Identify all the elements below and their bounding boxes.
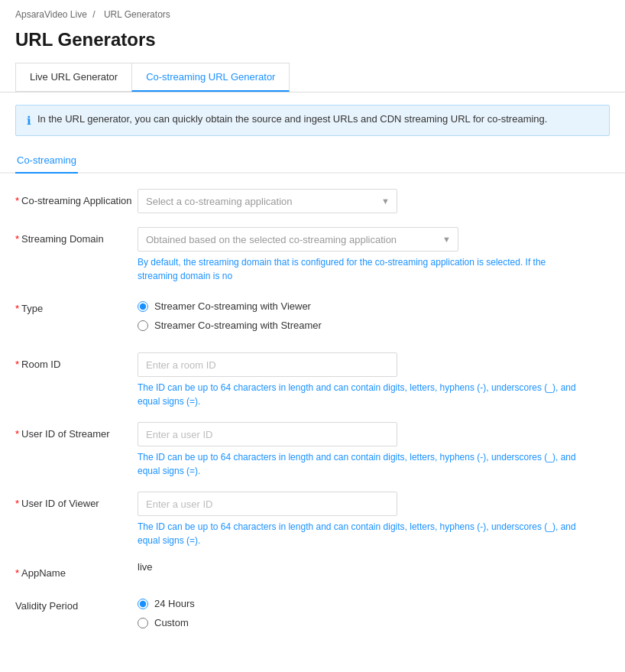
radio-item-24h[interactable]: 24 Hours <box>138 598 581 609</box>
label-validity-period: Validity Period <box>15 594 138 613</box>
breadcrumb-current: URL Generators <box>104 9 170 20</box>
tabs-container: Live URL Generator Co-streaming URL Gene… <box>0 63 625 93</box>
form-row-user-id-streamer: *User ID of Streamer The ID can be up to… <box>15 422 610 478</box>
user-id-viewer-hint: The ID can be up to 64 characters in len… <box>138 520 581 547</box>
field-validity-period: 24 Hours Custom <box>138 594 581 636</box>
breadcrumb: ApsaraVideo Live / URL Generators <box>0 0 625 24</box>
radio-label-viewer: Streamer Co-streaming with Viewer <box>154 300 311 312</box>
info-banner-text: In the URL generator, you can quickly ob… <box>37 113 547 125</box>
label-user-id-streamer: *User ID of Streamer <box>15 422 138 441</box>
section-tab-bar: Co-streaming <box>0 148 625 174</box>
breadcrumb-parent[interactable]: ApsaraVideo Live <box>15 9 87 20</box>
form-row-room-id: *Room ID The ID can be up to 64 characte… <box>15 352 610 408</box>
label-appname: *AppName <box>15 561 138 580</box>
required-star-appname: * <box>15 567 19 579</box>
streaming-domain-select[interactable]: Obtained based on the selected co-stream… <box>138 227 458 252</box>
tab-costreaming-url-generator[interactable]: Co-streaming URL Generator <box>131 63 290 92</box>
form-row-streaming-domain: *Streaming Domain Obtained based on the … <box>15 227 610 283</box>
radio-streamer[interactable] <box>138 320 148 331</box>
page-title: URL Generators <box>0 24 625 63</box>
tab-live-url-generator[interactable]: Live URL Generator <box>15 63 132 92</box>
radio-label-custom: Custom <box>154 617 189 628</box>
field-type: Streamer Co-streaming with Viewer Stream… <box>138 297 581 339</box>
info-banner: ℹ In the URL generator, you can quickly … <box>15 105 610 136</box>
form-container: *Co-streaming Application Select a co-st… <box>0 174 625 665</box>
section-tab-costreaming[interactable]: Co-streaming <box>15 148 78 174</box>
select-wrapper-app: Select a co-streaming application ▼ <box>138 189 397 213</box>
radio-24h[interactable] <box>138 599 148 609</box>
appname-value: live <box>138 556 153 573</box>
label-costreaming-app: *Co-streaming Application <box>15 189 138 208</box>
radio-label-24h: 24 Hours <box>154 598 195 609</box>
user-id-streamer-input[interactable] <box>138 422 397 446</box>
label-type: *Type <box>15 297 138 316</box>
room-id-input[interactable] <box>138 352 397 377</box>
field-user-id-viewer: The ID can be up to 64 characters in len… <box>138 492 581 547</box>
required-star-domain: * <box>15 233 19 245</box>
field-streaming-domain: Obtained based on the selected co-stream… <box>138 227 581 283</box>
info-icon: ℹ <box>27 114 31 128</box>
form-row-appname: *AppName live <box>15 561 610 580</box>
radio-item-streamer[interactable]: Streamer Co-streaming with Streamer <box>138 320 581 331</box>
label-room-id: *Room ID <box>15 352 138 372</box>
label-user-id-viewer: *User ID of Viewer <box>15 492 138 511</box>
user-id-streamer-hint: The ID can be up to 64 characters in len… <box>138 450 581 478</box>
label-streaming-domain: *Streaming Domain <box>15 227 138 246</box>
breadcrumb-separator: / <box>92 9 95 20</box>
radio-custom[interactable] <box>138 618 148 628</box>
radio-item-viewer[interactable]: Streamer Co-streaming with Viewer <box>138 300 581 312</box>
radio-label-streamer: Streamer Co-streaming with Streamer <box>154 320 322 331</box>
required-star: * <box>15 195 19 206</box>
form-row-validity-period: Validity Period 24 Hours Custom <box>15 594 610 636</box>
costreaming-app-select[interactable]: Select a co-streaming application <box>138 189 397 213</box>
validity-radio-group: 24 Hours Custom <box>138 594 581 628</box>
radio-item-custom[interactable]: Custom <box>138 617 581 628</box>
field-room-id: The ID can be up to 64 characters in len… <box>138 352 581 408</box>
radio-viewer[interactable] <box>138 301 148 312</box>
form-row-costreaming-app: *Co-streaming Application Select a co-st… <box>15 189 610 213</box>
form-row-type: *Type Streamer Co-streaming with Viewer … <box>15 297 610 339</box>
required-star-room: * <box>15 359 19 370</box>
streaming-domain-hint: By default, the streaming domain that is… <box>138 255 581 283</box>
required-star-type: * <box>15 303 19 314</box>
user-id-viewer-input[interactable] <box>138 492 397 516</box>
required-star-streamer: * <box>15 428 19 440</box>
field-costreaming-app: Select a co-streaming application ▼ <box>138 189 581 213</box>
field-user-id-streamer: The ID can be up to 64 characters in len… <box>138 422 581 478</box>
form-row-user-id-viewer: *User ID of Viewer The ID can be up to 6… <box>15 492 610 547</box>
room-id-hint: The ID can be up to 64 characters in len… <box>138 381 581 408</box>
required-star-viewer: * <box>15 498 19 509</box>
field-appname: live <box>138 561 581 573</box>
type-radio-group: Streamer Co-streaming with Viewer Stream… <box>138 297 581 331</box>
select-wrapper-domain: Obtained based on the selected co-stream… <box>138 227 458 252</box>
